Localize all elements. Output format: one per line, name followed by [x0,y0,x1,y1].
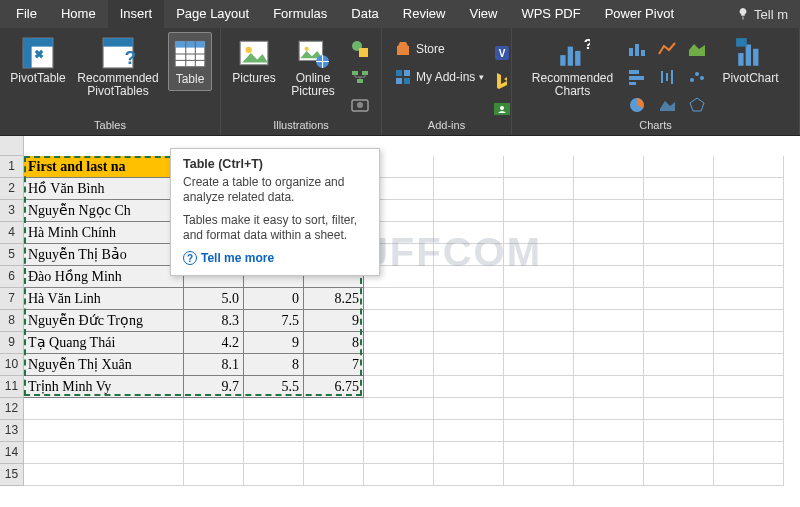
pictures-button[interactable]: Pictures [229,32,279,89]
cell[interactable] [504,222,574,244]
cell[interactable] [434,178,504,200]
cell[interactable] [364,376,434,398]
bing-addin-button[interactable] [489,68,515,94]
row-header-3[interactable]: 3 [0,200,24,222]
cell[interactable] [714,420,784,442]
surface-chart-button[interactable] [654,92,680,118]
cell[interactable] [304,464,364,486]
cell[interactable] [644,442,714,464]
cell[interactable] [714,354,784,376]
cell[interactable] [574,156,644,178]
row-header-13[interactable]: 13 [0,420,24,442]
tab-formulas[interactable]: Formulas [261,0,339,28]
cell[interactable] [644,354,714,376]
shapes-button[interactable] [347,36,373,62]
cell[interactable] [24,442,184,464]
pie-chart-button[interactable] [624,92,650,118]
screenshot-button[interactable] [347,92,373,118]
cell[interactable]: 5.0 [184,288,244,310]
row-header-8[interactable]: 8 [0,310,24,332]
row-header-10[interactable]: 10 [0,354,24,376]
recommended-charts-button[interactable]: ? Recommended Charts [528,32,618,102]
cell[interactable] [714,266,784,288]
cell[interactable] [644,288,714,310]
cell[interactable]: 6.75 [304,376,364,398]
cell[interactable] [304,420,364,442]
tab-file[interactable]: File [4,0,49,28]
cell[interactable]: Hà Văn Linh [24,288,184,310]
cell[interactable] [364,398,434,420]
cell[interactable]: 7 [304,354,364,376]
cell[interactable] [364,442,434,464]
bar-chart-button[interactable] [624,64,650,90]
cell[interactable]: Nguyễn Đức Trọng [24,310,184,332]
cell-grid[interactable]: First and last naHồ Văn Bình5Nguyễn Ngọc… [24,156,784,486]
cell[interactable] [574,420,644,442]
select-all-corner[interactable] [0,136,24,156]
cell[interactable]: Nguyễn Ngọc Ch [24,200,184,222]
row-header-15[interactable]: 15 [0,464,24,486]
cell[interactable] [644,398,714,420]
pivotchart-button[interactable]: PivotChart [718,32,784,89]
cell[interactable] [504,178,574,200]
cell[interactable] [434,288,504,310]
tab-pagelayout[interactable]: Page Layout [164,0,261,28]
cell[interactable] [574,310,644,332]
cell[interactable] [434,354,504,376]
cell[interactable] [644,420,714,442]
cell[interactable] [504,266,574,288]
cell[interactable] [434,398,504,420]
cell[interactable] [244,464,304,486]
cell[interactable] [644,222,714,244]
cell[interactable] [364,420,434,442]
cell[interactable] [644,156,714,178]
cell[interactable] [574,222,644,244]
cell[interactable] [504,420,574,442]
cell[interactable] [714,464,784,486]
cell[interactable] [714,376,784,398]
tab-data[interactable]: Data [339,0,390,28]
cell[interactable] [434,332,504,354]
cell[interactable] [434,376,504,398]
cell[interactable] [184,442,244,464]
cell[interactable]: Hồ Văn Bình [24,178,184,200]
cell[interactable] [244,442,304,464]
cell[interactable] [364,464,434,486]
cell[interactable]: 4.2 [184,332,244,354]
cell[interactable] [574,332,644,354]
cell[interactable] [574,442,644,464]
cell[interactable]: 7.5 [244,310,304,332]
row-header-5[interactable]: 5 [0,244,24,266]
cell[interactable] [434,266,504,288]
cell[interactable] [364,288,434,310]
cell[interactable] [644,244,714,266]
cell[interactable]: 9.7 [184,376,244,398]
row-header-12[interactable]: 12 [0,398,24,420]
cell[interactable]: Nguyễn Thị Xuân [24,354,184,376]
cell[interactable] [184,398,244,420]
cell[interactable] [574,464,644,486]
cell[interactable] [574,376,644,398]
cell[interactable] [364,310,434,332]
cell[interactable]: 8.1 [184,354,244,376]
area-chart-button[interactable] [684,36,710,62]
cell[interactable] [184,464,244,486]
column-chart-button[interactable] [624,36,650,62]
pivottable-button[interactable]: PivotTable [8,32,68,89]
cell[interactable] [504,156,574,178]
cell[interactable] [714,288,784,310]
cell[interactable] [574,200,644,222]
smartart-button[interactable] [347,64,373,90]
cell[interactable]: 9 [304,310,364,332]
cell[interactable] [644,310,714,332]
row-header-14[interactable]: 14 [0,442,24,464]
cell[interactable] [24,464,184,486]
cell[interactable] [644,332,714,354]
my-addins-button[interactable]: My Add-ins ▾ [390,66,488,88]
cell[interactable] [714,156,784,178]
cell[interactable] [504,332,574,354]
cell[interactable] [504,464,574,486]
people-addin-button[interactable] [489,96,515,122]
cell[interactable] [504,376,574,398]
cell[interactable] [644,464,714,486]
